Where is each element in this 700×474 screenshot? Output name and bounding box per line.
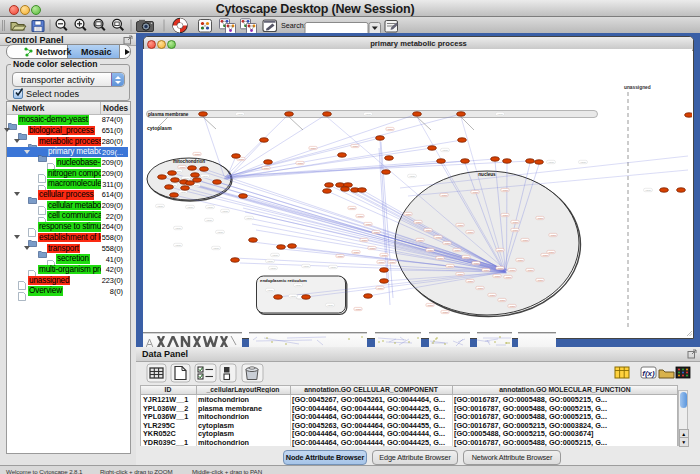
svg-text:Ygr2w: Ygr2w [509,305,516,307]
svg-text:Ygr2w: Ygr2w [425,229,432,231]
svg-text:Ybr1c: Ybr1c [202,175,209,177]
svg-text:Ygr2w: Ygr2w [527,269,534,271]
svg-text:Ygr2w: Ygr2w [483,269,490,271]
svg-text:Ybr1c: Ybr1c [180,191,187,193]
svg-text:Ygr2w: Ygr2w [497,249,504,251]
svg-text:Ybr1c: Ybr1c [290,295,297,297]
svg-text:Ygr2w: Ygr2w [548,251,555,253]
svg-text:Ybr1c: Ybr1c [207,206,214,208]
svg-text:Ygr2w: Ygr2w [447,265,454,267]
svg-text:Ybr1c: Ybr1c [497,113,504,115]
svg-text:Ygr2w: Ygr2w [437,257,444,259]
svg-text:Ygr2w: Ygr2w [355,308,362,310]
svg-text:Ybr1c: Ybr1c [217,231,224,233]
svg-text:Ybr1c: Ybr1c [237,113,244,115]
svg-text:Ygr2w: Ygr2w [517,259,524,261]
svg-text:cytoplasm: cytoplasm [147,125,172,131]
svg-text:Ygr2w: Ygr2w [310,147,317,149]
svg-text:Ygr2w: Ygr2w [381,254,388,256]
svg-text:Ygr2w: Ygr2w [477,287,484,289]
svg-text:Ygr2w: Ygr2w [505,276,512,278]
svg-text:Ygr2w: Ygr2w [467,280,474,282]
svg-text:Ygr2w: Ygr2w [473,262,480,264]
svg-text:nucleus: nucleus [478,172,496,177]
svg-text:Ybr1c: Ybr1c [303,265,310,267]
svg-text:Ygr2w: Ygr2w [387,128,394,130]
svg-text:Ygr2w: Ygr2w [297,162,304,164]
svg-text:unassigned: unassigned [624,85,651,90]
svg-text:Ybr1c: Ybr1c [187,206,194,208]
svg-text:Ygr2w: Ygr2w [442,311,449,313]
svg-text:Ygr2w: Ygr2w [417,239,424,241]
svg-text:Ygr2w: Ygr2w [349,207,356,209]
svg-text:Ygr2w: Ygr2w [502,189,509,191]
svg-text:Ygr2w: Ygr2w [509,269,516,271]
svg-text:Ybr1c: Ybr1c [272,254,279,256]
svg-text:Ygr2w: Ygr2w [542,254,549,256]
svg-text:f(x): f(x) [642,369,655,378]
svg-text:Ybr1c: Ybr1c [580,161,587,163]
svg-text:endoplasmic reticulum: endoplasmic reticulum [260,278,307,283]
svg-text:Ygr2w: Ygr2w [378,261,385,263]
svg-text:Ygr2w: Ygr2w [369,247,376,249]
svg-text:Ygr2w: Ygr2w [497,267,504,269]
svg-text:Ybr1c: Ybr1c [175,244,182,246]
svg-text:Ygr2w: Ygr2w [512,229,519,231]
svg-text:Ygr2w: Ygr2w [405,213,412,215]
svg-text:Ygr2w: Ygr2w [377,287,384,289]
svg-text:Ybr1c: Ybr1c [365,113,372,115]
svg-text:Ybr1c: Ybr1c [175,227,182,229]
svg-text:Ygr2w: Ygr2w [494,275,501,277]
svg-text:Ybr1c: Ybr1c [330,266,337,268]
svg-text:Ygr2w: Ygr2w [463,256,470,258]
svg-text:Ygr2w: Ygr2w [441,194,448,196]
svg-text:Ybr1c: Ybr1c [442,149,449,151]
svg-text:Ygr2w: Ygr2w [502,214,509,216]
svg-text:Ygr2w: Ygr2w [457,224,464,226]
svg-text:Ygr2w: Ygr2w [522,239,529,241]
svg-text:Ybr1c: Ybr1c [222,210,229,212]
svg-text:Ygr2w: Ygr2w [489,294,496,296]
svg-text:Ybr1c: Ybr1c [213,247,220,249]
svg-text:Ygr2w: Ygr2w [467,231,474,233]
svg-text:Ygr2w: Ygr2w [512,221,519,223]
svg-text:Ybr1c: Ybr1c [295,284,302,286]
svg-text:Ygr2w: Ygr2w [373,231,380,233]
svg-text:Ybr1c: Ybr1c [246,217,253,219]
svg-text:Ygr2w: Ygr2w [435,236,442,238]
svg-text:Ybr1c: Ybr1c [409,175,416,177]
svg-text:Ybr1c: Ybr1c [548,161,555,163]
svg-text:Ygr2w: Ygr2w [365,223,372,225]
svg-text:Ybr1c: Ybr1c [270,267,277,269]
svg-text:Ygr2w: Ygr2w [357,215,364,217]
svg-text:Ygr2w: Ygr2w [337,255,344,257]
svg-text:Ygr2w: Ygr2w [499,299,506,301]
svg-text:Search:: Search: [281,21,306,30]
svg-text:Ybr1c: Ybr1c [645,189,652,191]
svg-text:Ygr2w: Ygr2w [457,273,464,275]
svg-text:Ygr2w: Ygr2w [550,234,557,236]
svg-text:Ygr2w: Ygr2w [263,167,270,169]
svg-text:Ybr1c: Ybr1c [157,205,164,207]
svg-text:Ybr1c: Ybr1c [183,177,190,179]
svg-text:Ygr2w: Ygr2w [427,304,434,306]
svg-text:Ygr2w: Ygr2w [238,158,245,160]
svg-text:plasma membrane: plasma membrane [148,112,189,117]
svg-text:Ybr1c: Ybr1c [206,219,213,221]
svg-text:Ybr1c: Ybr1c [267,260,274,262]
svg-text:Ybr1c: Ybr1c [267,289,274,291]
svg-text:Ygr2w: Ygr2w [361,239,368,241]
svg-text:Ygr2w: Ygr2w [389,261,396,263]
svg-text:Ygr2w: Ygr2w [472,191,479,193]
svg-text:Ygr2w: Ygr2w [194,153,201,155]
svg-text:Ygr2w: Ygr2w [179,166,186,168]
svg-text:Ygr2w: Ygr2w [454,249,461,251]
svg-text:Ygr2w: Ygr2w [427,249,434,251]
svg-text:Ygr2w: Ygr2w [444,242,451,244]
svg-text:Ygr2w: Ygr2w [537,217,544,219]
svg-text:Ygr2w: Ygr2w [353,251,360,253]
svg-text:Ygr2w: Ygr2w [415,221,422,223]
svg-text:Ygr2w: Ygr2w [352,145,359,147]
svg-text:mitochondrion: mitochondrion [173,159,205,164]
svg-text:Ygr2w: Ygr2w [537,279,544,281]
